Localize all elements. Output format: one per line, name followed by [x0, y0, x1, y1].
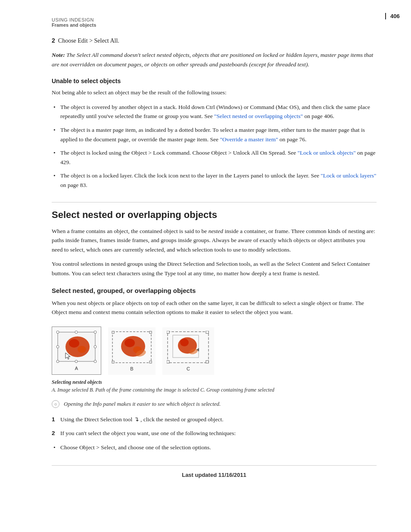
bullet-2: The object is a master page item, as ind…: [52, 125, 377, 144]
nested-subsection-heading: Select nested, grouped, or overlapping o…: [52, 287, 377, 294]
svg-rect-25: [167, 361, 169, 363]
note-text: The Select All command doesn't select ne…: [52, 52, 373, 68]
page-number: 406: [385, 13, 411, 19]
page-header: USING INDESIGN Frames and objects: [52, 17, 377, 28]
svg-point-6: [75, 360, 78, 363]
figures-row: A B: [52, 327, 377, 375]
bullet-4-after: on page 83.: [60, 182, 87, 188]
svg-point-7: [56, 345, 59, 348]
svg-point-3: [56, 360, 59, 363]
nested-subsection-para: When you nest objects or place objects o…: [52, 299, 377, 317]
figure-c: C: [162, 327, 214, 375]
svg-rect-26: [206, 361, 209, 363]
svg-point-19: [125, 339, 135, 347]
section-title: Frames and objects: [52, 22, 377, 28]
svg-rect-17: [149, 361, 152, 363]
select-nested-para2: You control selections in nested groups …: [52, 259, 377, 278]
step-1-num: 1: [52, 415, 55, 424]
svg-point-4: [94, 360, 97, 363]
bullet-3-text: The object is locked using the Object > …: [60, 149, 298, 156]
step-2: 2 Choose Edit > Select All.: [52, 36, 377, 45]
numbered-steps: 1 Using the Direct Selection tool ↴ , cl…: [52, 415, 377, 438]
bullet-2-text: The object is a master page item, as ind…: [60, 127, 365, 143]
bullet-1-after: on page 406.: [303, 113, 334, 119]
step-2-text: Choose Edit > Select All.: [58, 37, 119, 44]
step-2-number: 2: [52, 37, 55, 44]
svg-rect-16: [112, 361, 114, 363]
bullet-4: The object is on a locked layer. Click t…: [52, 171, 377, 190]
step-2-nested-num: 2: [52, 429, 55, 438]
unable-section-heading: Unable to select objects: [52, 78, 377, 84]
tip-text: Opening the Info panel makes it easier t…: [64, 400, 221, 408]
step-1-text: Using the Direct Selection tool ↴ , clic…: [60, 416, 224, 423]
figure-a: A: [52, 327, 101, 375]
figure-caption: Selecting nested objects A. Image select…: [52, 378, 377, 394]
last-bullets: Choose Object > Select, and choose one o…: [52, 443, 377, 452]
bullet-3-link[interactable]: "Lock or unlock objects": [298, 149, 356, 156]
svg-rect-15: [149, 331, 152, 333]
bullet-3: The object is locked using the Object > …: [52, 148, 377, 167]
last-bullet-1-text: Choose Object > Select, and choose one o…: [60, 444, 211, 451]
note-block: Note: The Select All command doesn't sel…: [52, 50, 377, 69]
svg-point-2: [94, 331, 97, 333]
svg-point-11: [78, 346, 86, 353]
step-1: 1 Using the Direct Selection tool ↴ , cl…: [52, 415, 377, 424]
tip-icon: ○: [52, 400, 59, 408]
svg-rect-23: [167, 331, 169, 333]
figure-caption-title: Selecting nested objects: [52, 379, 102, 385]
svg-rect-14: [112, 331, 114, 333]
figure-a-label: A: [75, 366, 78, 371]
step-2-nested-text: If you can't select the object you want,…: [60, 430, 236, 436]
unable-intro: Not being able to select an object may b…: [52, 88, 377, 97]
svg-point-29: [180, 339, 189, 346]
svg-point-10: [69, 339, 79, 348]
bullet-4-text: The object is on a locked layer. Click t…: [60, 172, 321, 179]
tip-row: ○ Opening the Info panel makes it easier…: [52, 400, 377, 408]
note-label: Note:: [52, 52, 65, 58]
bullet-1-link[interactable]: "Select nested or overlapping objects": [214, 113, 303, 119]
figure-b-label: B: [130, 366, 133, 371]
app-title: USING INDESIGN: [52, 17, 377, 22]
svg-point-8: [94, 345, 97, 348]
last-bullet-1: Choose Object > Select, and choose one o…: [52, 443, 377, 452]
svg-point-5: [75, 331, 78, 333]
select-nested-para1: When a frame contains an object, the con…: [52, 227, 377, 255]
figure-c-image: [167, 331, 210, 364]
figure-c-label: C: [187, 366, 190, 371]
figure-a-image: [56, 330, 97, 364]
bullet-1: The object is covered by another object …: [52, 103, 377, 121]
step-2-nested: 2 If you can't select the object you wan…: [52, 429, 377, 438]
footer: Last updated 11/16/2011: [52, 465, 377, 478]
figure-b: B: [108, 327, 156, 375]
figure-b-image: [112, 331, 153, 364]
svg-rect-24: [206, 331, 209, 333]
bullet-4-link[interactable]: "Lock or unlock layers": [321, 172, 376, 179]
svg-point-1: [56, 331, 59, 333]
figure-caption-sub: A. Image selected B. Path of the frame c…: [52, 387, 274, 393]
select-nested-heading: Select nested or overlapping objects: [52, 202, 377, 221]
bullet-2-link[interactable]: "Override a master item": [220, 136, 278, 143]
bullet-2-after: on page 76.: [278, 136, 306, 143]
svg-point-9: [65, 336, 90, 357]
unable-bullets: The object is covered by another object …: [52, 103, 377, 190]
